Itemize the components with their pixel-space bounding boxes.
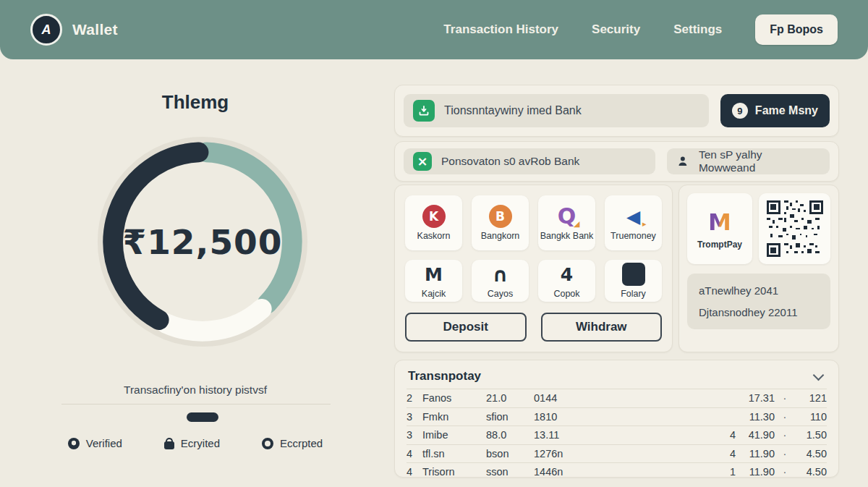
tx-col2: bson xyxy=(486,448,534,460)
tx-index: 3 xyxy=(407,411,422,423)
payment-method-tile[interactable]: K Kaskorn xyxy=(405,195,462,250)
transaction-row[interactable]: 4 tfl.sn bson 1276n 4 11.90 · 4.50 xyxy=(407,444,827,463)
tx-col2: 88.0 xyxy=(486,429,534,441)
payment-method-tile[interactable]: 4 Copok xyxy=(538,260,595,302)
balance-panel: Thlemg ₹12,500 Transacfiny'on history pi… xyxy=(0,59,391,487)
trust-badges: Verified Ecryited Eccrpted xyxy=(0,437,391,449)
status-badge: Verified xyxy=(68,437,122,449)
transaction-row[interactable]: 3 Fmkn sfion 1810 11.30 · 110 xyxy=(407,407,827,426)
tx-amount: 11.90 xyxy=(736,448,775,460)
payment-methods-card: K Kaskorn B Bangkorn xyxy=(394,185,673,352)
tx-qty: 4 xyxy=(718,448,736,460)
payment-method-label: Bangkk Bank xyxy=(540,231,594,241)
nav-item[interactable]: Settings xyxy=(673,22,722,37)
tx-amount: 17.31 xyxy=(736,392,775,404)
status-badge: Eccrpted xyxy=(262,437,323,449)
deposit-button[interactable]: Deposit xyxy=(405,313,527,342)
tx-index: 3 xyxy=(407,429,422,441)
tx-name: tfl.sn xyxy=(422,448,486,460)
promptpay-logo-icon: M xyxy=(708,208,731,236)
tx-separator: · xyxy=(775,429,795,441)
payment-method-label: Folary xyxy=(621,289,646,299)
primary-bank-field[interactable]: Tionsnntaywiny imed Bank xyxy=(404,94,709,127)
transaction-row[interactable]: 3 Imibe 88.0 13.11 4 41.90 · 1.50 xyxy=(407,425,827,444)
transactions-list: 2 Fanos 21.0 0144 17.31 · 121 3 Fmkn xyxy=(407,389,827,481)
promptpay-card: M TromptPay xyxy=(678,185,839,352)
award-icon xyxy=(68,438,80,449)
payment-method-tile[interactable]: ∩ Cayos xyxy=(472,260,529,302)
tx-separator: · xyxy=(775,466,795,478)
tray-icon xyxy=(413,100,435,122)
tx-value: 1.50 xyxy=(795,429,827,441)
payment-method-tile[interactable]: B Bangkorn xyxy=(472,195,529,250)
tx-name: Trisorn xyxy=(422,466,486,478)
promptpay-info-line: aTnewlhey 2041 xyxy=(699,284,819,297)
right-panel: Tionsnntaywiny imed Bank 9 Fame Msny × P… xyxy=(394,85,839,487)
tx-qty: 1 xyxy=(718,466,736,478)
promptpay-info-line: Djtansnodhey 22011 xyxy=(699,306,819,318)
payment-method-tile[interactable]: Folary xyxy=(605,260,662,302)
promptpay-info-panel: aTnewlhey 2041 Djtansnodhey 22011 xyxy=(687,274,830,329)
payment-method-label: Bangkorn xyxy=(481,231,520,241)
transactions-title: Transnpotay xyxy=(408,369,481,384)
secondary-bank-card: × Ponsovaton s0 avRob Bank Ten sP yalhy … xyxy=(394,141,839,182)
fame-button[interactable]: 9 Fame Msny xyxy=(720,94,830,127)
payment-method-tile[interactable]: M Kajcik xyxy=(405,260,462,302)
balance-title: Thlemg xyxy=(0,91,391,114)
qr-tile xyxy=(759,193,830,264)
payment-method-label: Cayos xyxy=(488,289,513,299)
tx-value: 4.50 xyxy=(795,448,827,460)
nav-item[interactable]: Transaction History xyxy=(443,22,558,37)
transaction-row[interactable]: 4 Trisorn sson 1446n 1 11.90 · 4.50 xyxy=(407,462,827,481)
top-header: A Wallet Transaction History Security Se… xyxy=(0,0,868,59)
promptpay-name: TromptPay xyxy=(697,240,742,250)
tx-separator: · xyxy=(775,448,795,460)
tx-qty: 4 xyxy=(718,429,736,441)
primary-bank-card: Tionsnntaywiny imed Bank 9 Fame Msny xyxy=(394,85,839,137)
tx-value: 110 xyxy=(795,411,827,423)
payment-method-tile[interactable]: ◀ ▸ Truemoney xyxy=(605,195,662,250)
app-logo-icon: A xyxy=(30,14,62,46)
tx-col3: 13.11 xyxy=(534,429,615,441)
tx-col3: 0144 xyxy=(534,392,615,404)
chevron-down-icon[interactable] xyxy=(813,369,825,381)
payment-method-tile[interactable]: Q ◢ Bangkk Bank xyxy=(538,195,595,250)
tx-col3: 1810 xyxy=(534,411,615,423)
person-icon xyxy=(676,155,689,168)
nav-item[interactable]: Security xyxy=(592,22,640,37)
balance-amount: ₹12,500 xyxy=(87,126,318,357)
logo-accent-icon: ▸ xyxy=(642,220,647,228)
payment-method-logo-icon: ◀ xyxy=(622,205,645,228)
balance-caption: Transacfiny'on history pistvsf xyxy=(0,384,391,397)
lock-icon xyxy=(164,441,174,449)
logo-accent-icon: ◢ xyxy=(574,220,579,228)
main-nav: Transaction History Security Settings Fp… xyxy=(443,14,838,45)
tx-index: 4 xyxy=(407,466,422,478)
tx-amount: 11.90 xyxy=(736,466,775,478)
payment-method-logo-icon: ∩ xyxy=(489,263,512,286)
payment-method-logo-icon: K xyxy=(422,205,446,228)
payment-method-logo-icon: 4 xyxy=(556,263,579,286)
payment-method-logo-icon: B xyxy=(489,205,512,228)
secondary-bank-field[interactable]: × Ponsovaton s0 avRob Bank xyxy=(404,148,655,174)
tx-value: 121 xyxy=(795,392,827,404)
tx-col3: 1276n xyxy=(534,448,615,460)
withdraw-button[interactable]: Wihdraw xyxy=(541,313,663,342)
x-icon: × xyxy=(413,152,432,171)
tx-col2: sfion xyxy=(486,411,534,423)
owner-field[interactable]: Ten sP yalhy Mowweand xyxy=(667,148,830,174)
payment-method-label: Kajcik xyxy=(422,289,446,299)
divider xyxy=(61,404,331,405)
payment-method-label: Copok xyxy=(553,289,579,299)
profile-button[interactable]: Fp Bopos xyxy=(755,14,838,45)
tx-separator: · xyxy=(775,411,795,423)
drag-handle xyxy=(187,412,218,422)
tx-col3: 1446n xyxy=(534,466,615,478)
transactions-header: Transnpotay xyxy=(407,366,827,389)
tx-name: Imibe xyxy=(422,429,486,441)
transaction-row[interactable]: 2 Fanos 21.0 0144 17.31 · 121 xyxy=(407,389,827,407)
tx-amount: 11.30 xyxy=(736,411,775,423)
status-badge: Ecryited xyxy=(164,437,220,449)
tx-col2: sson xyxy=(486,466,534,478)
wallet-actions: Deposit Wihdraw xyxy=(405,313,662,342)
